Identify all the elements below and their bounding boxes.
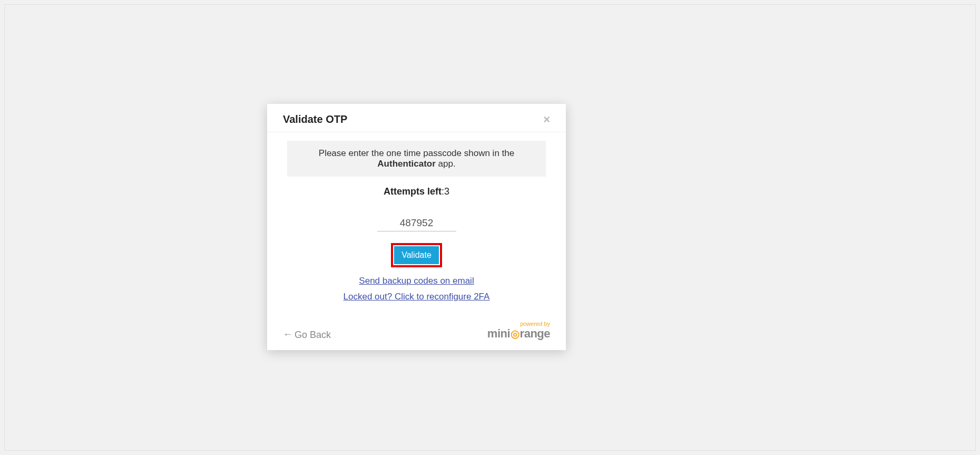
powered-by-block: powered by mini◎range — [487, 321, 550, 341]
validate-otp-modal: Validate OTP × Please enter the one time… — [267, 104, 566, 350]
instruction-suffix: app. — [436, 159, 456, 169]
attempts-label: Attempts left — [384, 186, 442, 197]
send-backup-codes-link[interactable]: Send backup codes on email — [359, 276, 474, 286]
locked-out-row: Locked out? Click to reconfigure 2FA — [283, 292, 550, 302]
validate-highlight: Validate — [391, 243, 442, 267]
validate-button[interactable]: Validate — [394, 246, 439, 264]
go-back-link[interactable]: ← Go Back — [283, 330, 331, 341]
modal-title: Validate OTP — [283, 113, 347, 125]
instruction-text: Please enter the one time passcode shown… — [287, 141, 546, 177]
go-back-label: Go Back — [295, 330, 331, 341]
otp-input[interactable] — [377, 215, 456, 231]
instruction-prefix: Please enter the one time passcode shown… — [319, 148, 514, 158]
brand-mini: mini — [487, 327, 510, 341]
reconfigure-2fa-link[interactable]: Locked out? Click to reconfigure 2FA — [344, 292, 490, 302]
attempts-value: :3 — [442, 186, 449, 197]
arrow-left-icon: ← — [283, 329, 292, 340]
backup-codes-row: Send backup codes on email — [283, 276, 550, 286]
otp-input-wrap — [283, 215, 550, 231]
powered-by-label: powered by — [487, 321, 550, 327]
validate-button-wrap: Validate — [283, 243, 550, 267]
modal-header: Validate OTP × — [267, 104, 566, 132]
modal-footer: ← Go Back powered by mini◎range — [267, 318, 566, 350]
orange-icon: ◎ — [511, 327, 520, 340]
close-icon[interactable]: × — [543, 114, 550, 125]
brand-range: range — [520, 327, 550, 341]
attempts-left: Attempts left:3 — [283, 186, 550, 197]
miniorange-logo: mini◎range — [487, 327, 550, 341]
page-frame: Validate OTP × Please enter the one time… — [4, 4, 976, 451]
instruction-bold: Authenticator — [377, 159, 436, 169]
modal-body: Please enter the one time passcode shown… — [267, 132, 566, 318]
